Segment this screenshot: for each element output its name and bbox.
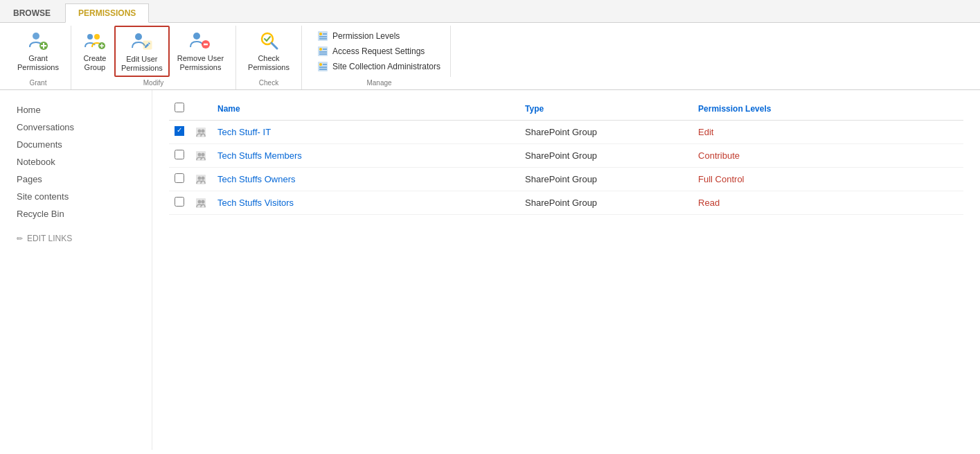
- row-permission-level[interactable]: Edit: [693, 121, 963, 144]
- group-icon: [195, 150, 206, 161]
- row-icon: [190, 191, 212, 215]
- ribbon-group-check: CheckPermissions Check: [236, 26, 302, 89]
- svg-point-28: [319, 63, 322, 66]
- ribbon-group-manage: Permission Levels Access Request Setting…: [302, 26, 456, 89]
- row-type: SharePoint Group: [519, 168, 693, 191]
- tab-permissions[interactable]: PERMISSIONS: [65, 3, 149, 23]
- nav-item-notebook[interactable]: Notebook: [17, 153, 152, 171]
- row-name-link[interactable]: Tech Stuffs Owners: [217, 174, 295, 184]
- svg-point-34: [202, 129, 205, 132]
- nav-item-home[interactable]: Home: [17, 101, 152, 119]
- row-name-link[interactable]: Tech Stuffs Visitors: [217, 198, 294, 208]
- edit-links[interactable]: ✏ EDIT LINKS: [17, 234, 152, 243]
- remove-user-permissions-label: Remove UserPermissions: [177, 54, 224, 72]
- svg-point-36: [198, 152, 202, 156]
- svg-point-39: [198, 176, 202, 180]
- svg-rect-27: [318, 62, 328, 71]
- manage-items: Permission Levels Access Request Setting…: [308, 26, 451, 77]
- create-group-icon: [84, 29, 106, 51]
- svg-line-16: [271, 43, 277, 49]
- edit-user-icon: [131, 30, 153, 52]
- site-collection-admins-item[interactable]: Site Collection Administrators: [316, 59, 442, 74]
- nav-item-site-contents[interactable]: Site contents: [17, 188, 152, 205]
- row-permission-level[interactable]: Contribute: [693, 144, 963, 168]
- site-collection-admins-label: Site Collection Administrators: [332, 62, 440, 71]
- row-checkbox[interactable]: [175, 197, 184, 207]
- tab-browse[interactable]: BROWSE: [0, 3, 64, 23]
- ribbon-group-grant: GrantPermissions Grant: [6, 26, 71, 89]
- col-header-name: Name: [212, 98, 519, 121]
- permission-levels-item[interactable]: Permission Levels: [316, 28, 442, 44]
- svg-point-12: [193, 33, 200, 40]
- check-permissions-button[interactable]: CheckPermissions: [242, 26, 296, 76]
- access-request-settings-item[interactable]: Access Request Settings: [316, 44, 442, 59]
- svg-point-4: [87, 34, 93, 40]
- access-request-settings-label: Access Request Settings: [332, 46, 425, 56]
- row-name-link[interactable]: Tech Stuff- IT: [217, 127, 271, 137]
- site-collection-admins-icon: [317, 61, 328, 72]
- group-icon: [195, 174, 206, 185]
- check-permissions-label: CheckPermissions: [248, 54, 289, 72]
- row-name-link[interactable]: Tech Stuffs Members: [217, 150, 302, 161]
- svg-point-42: [198, 200, 202, 203]
- svg-point-33: [198, 129, 202, 132]
- table-row: Tech Stuffs VisitorsSharePoint GroupRead: [169, 191, 963, 215]
- permission-levels-label: Permission Levels: [332, 31, 400, 41]
- col-header-type: Type: [519, 98, 693, 121]
- grant-permissions-label: GrantPermissions: [17, 54, 59, 72]
- group-icon: [195, 198, 206, 209]
- svg-point-40: [202, 176, 205, 180]
- svg-point-37: [202, 152, 205, 156]
- svg-point-5: [94, 34, 100, 40]
- ribbon-group-modify-label: Modify: [77, 77, 230, 89]
- nav-item-conversations[interactable]: Conversations: [17, 119, 152, 136]
- svg-point-18: [319, 33, 322, 35]
- create-group-button[interactable]: CreateGroup: [77, 26, 113, 76]
- nav-item-recycle-bin[interactable]: Recycle Bin: [17, 205, 152, 222]
- nav-item-pages[interactable]: Pages: [17, 171, 152, 188]
- row-checkbox[interactable]: [175, 173, 184, 183]
- col-header-check: [169, 98, 190, 121]
- select-all-checkbox[interactable]: [175, 103, 184, 112]
- row-permission-level[interactable]: Read: [693, 191, 963, 215]
- table-row: Tech Stuffs OwnersSharePoint GroupFull C…: [169, 168, 963, 191]
- col-header-permission-levels: Permission Levels: [693, 98, 963, 121]
- permission-levels-icon: [317, 30, 328, 42]
- remove-user-permissions-button[interactable]: Remove UserPermissions: [171, 26, 230, 76]
- ribbon: GrantPermissions Grant: [0, 23, 980, 90]
- row-checkbox[interactable]: [175, 150, 184, 159]
- row-checkbox[interactable]: [175, 126, 184, 136]
- row-icon: [190, 168, 212, 191]
- edit-user-permissions-label: Edit UserPermissions: [121, 55, 163, 73]
- row-icon: [190, 144, 212, 168]
- ribbon-group-grant-label: Grant: [11, 77, 65, 89]
- ribbon-group-manage-label: Manage: [308, 77, 451, 89]
- edit-user-permissions-button[interactable]: Edit UserPermissions: [114, 26, 170, 77]
- pencil-icon: ✏: [17, 234, 23, 243]
- content-area: Name Type Permission Levels Tech Stuff- …: [152, 90, 980, 450]
- row-type: SharePoint Group: [519, 191, 693, 215]
- left-nav: Home Conversations Documents Notebook Pa…: [0, 90, 152, 450]
- svg-point-0: [33, 33, 39, 40]
- ribbon-group-modify: CreateGroup Edit UserPermissions: [71, 26, 236, 89]
- row-icon: [190, 121, 212, 144]
- svg-point-43: [202, 200, 205, 203]
- table-row: Tech Stuffs MembersSharePoint GroupContr…: [169, 144, 963, 168]
- nav-item-documents[interactable]: Documents: [17, 136, 152, 153]
- tab-bar: BROWSE PERMISSIONS: [0, 0, 980, 23]
- col-header-icon: [190, 98, 212, 121]
- create-group-label: CreateGroup: [83, 54, 106, 72]
- ribbon-group-check-label: Check: [242, 77, 296, 89]
- permissions-table: Name Type Permission Levels Tech Stuff- …: [169, 98, 963, 215]
- check-icon: [258, 29, 280, 51]
- remove-user-icon: [189, 29, 211, 51]
- row-permission-level[interactable]: Full Control: [693, 168, 963, 191]
- grant-icon: [27, 29, 49, 51]
- grant-permissions-button[interactable]: GrantPermissions: [11, 26, 65, 76]
- svg-rect-17: [318, 31, 328, 41]
- edit-links-label: EDIT LINKS: [27, 234, 72, 243]
- group-icon: [195, 127, 206, 138]
- table-row: Tech Stuff- ITSharePoint GroupEdit: [169, 121, 963, 144]
- access-request-icon: [317, 46, 328, 57]
- main-layout: Home Conversations Documents Notebook Pa…: [0, 90, 980, 450]
